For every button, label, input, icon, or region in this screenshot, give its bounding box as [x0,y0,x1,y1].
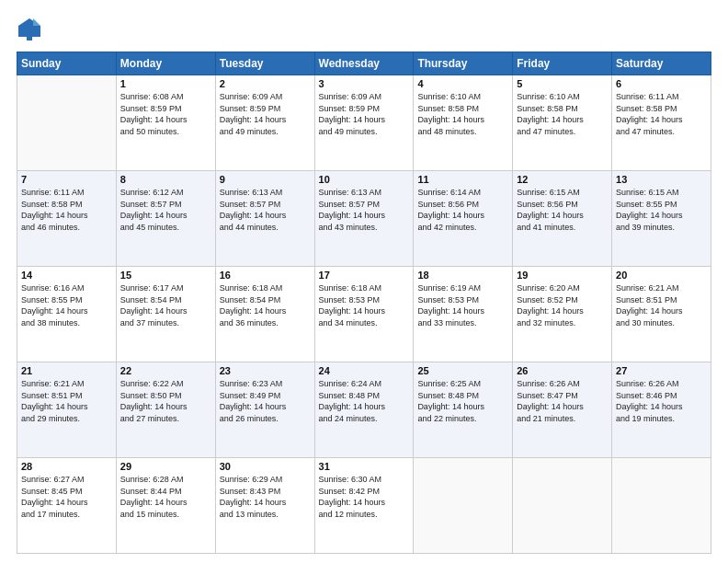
calendar-cell: 4Sunrise: 6:10 AM Sunset: 8:58 PM Daylig… [414,75,513,171]
day-number: 31 [319,461,410,472]
day-info: Sunrise: 6:13 AM Sunset: 8:57 PM Dayligh… [220,187,311,233]
day-info: Sunrise: 6:11 AM Sunset: 8:58 PM Dayligh… [21,187,112,233]
day-number: 4 [417,78,508,89]
day-info: Sunrise: 6:21 AM Sunset: 8:51 PM Dayligh… [21,378,112,424]
calendar-week-row: 1Sunrise: 6:08 AM Sunset: 8:59 PM Daylig… [17,75,711,171]
day-info: Sunrise: 6:20 AM Sunset: 8:52 PM Dayligh… [517,282,608,328]
calendar-cell: 19Sunrise: 6:20 AM Sunset: 8:52 PM Dayli… [513,267,612,362]
day-number: 18 [417,270,508,281]
svg-marker-1 [33,18,40,26]
calendar-cell: 7Sunrise: 6:11 AM Sunset: 8:58 PM Daylig… [17,171,117,267]
calendar-week-row: 21Sunrise: 6:21 AM Sunset: 8:51 PM Dayli… [17,362,711,458]
calendar-cell: 12Sunrise: 6:15 AM Sunset: 8:56 PM Dayli… [513,171,612,267]
day-info: Sunrise: 6:18 AM Sunset: 8:54 PM Dayligh… [220,282,311,328]
day-number: 19 [517,270,608,281]
calendar-header-friday: Friday [513,52,612,75]
day-info: Sunrise: 6:24 AM Sunset: 8:48 PM Dayligh… [319,378,410,424]
calendar-header-saturday: Saturday [612,52,711,75]
day-info: Sunrise: 6:18 AM Sunset: 8:53 PM Dayligh… [319,282,410,328]
calendar-cell: 22Sunrise: 6:22 AM Sunset: 8:50 PM Dayli… [116,362,215,458]
day-number: 7 [21,174,112,185]
day-info: Sunrise: 6:19 AM Sunset: 8:53 PM Dayligh… [417,282,508,328]
day-info: Sunrise: 6:23 AM Sunset: 8:49 PM Dayligh… [220,378,311,424]
day-number: 24 [319,365,410,376]
day-number: 25 [417,365,508,376]
calendar-cell [612,458,711,554]
day-number: 23 [220,365,311,376]
calendar-header-monday: Monday [116,52,215,75]
day-number: 13 [616,174,707,185]
day-info: Sunrise: 6:14 AM Sunset: 8:56 PM Dayligh… [417,187,508,233]
day-number: 5 [517,78,608,89]
calendar-header-tuesday: Tuesday [215,52,314,75]
calendar-cell: 29Sunrise: 6:28 AM Sunset: 8:44 PM Dayli… [116,458,215,554]
day-info: Sunrise: 6:13 AM Sunset: 8:57 PM Dayligh… [319,187,410,233]
day-number: 2 [220,78,311,89]
day-info: Sunrise: 6:21 AM Sunset: 8:51 PM Dayligh… [616,282,707,328]
header [17,17,711,42]
svg-marker-0 [18,18,40,37]
calendar-week-row: 14Sunrise: 6:16 AM Sunset: 8:55 PM Dayli… [17,267,711,362]
day-number: 3 [319,78,410,89]
day-number: 11 [417,174,508,185]
calendar-week-row: 28Sunrise: 6:27 AM Sunset: 8:45 PM Dayli… [17,458,711,554]
day-info: Sunrise: 6:16 AM Sunset: 8:55 PM Dayligh… [21,282,112,328]
calendar-cell: 18Sunrise: 6:19 AM Sunset: 8:53 PM Dayli… [414,267,513,362]
day-info: Sunrise: 6:15 AM Sunset: 8:55 PM Dayligh… [616,187,707,233]
day-info: Sunrise: 6:11 AM Sunset: 8:58 PM Dayligh… [616,91,707,137]
calendar-cell: 21Sunrise: 6:21 AM Sunset: 8:51 PM Dayli… [17,362,117,458]
calendar-cell: 26Sunrise: 6:26 AM Sunset: 8:47 PM Dayli… [513,362,612,458]
svg-rect-2 [27,37,32,40]
calendar-cell: 14Sunrise: 6:16 AM Sunset: 8:55 PM Dayli… [17,267,117,362]
calendar-cell: 20Sunrise: 6:21 AM Sunset: 8:51 PM Dayli… [612,267,711,362]
day-info: Sunrise: 6:28 AM Sunset: 8:44 PM Dayligh… [120,474,211,520]
day-number: 14 [21,270,112,281]
calendar-cell: 24Sunrise: 6:24 AM Sunset: 8:48 PM Dayli… [314,362,414,458]
day-number: 28 [21,461,112,472]
day-number: 20 [616,270,707,281]
day-number: 22 [120,365,211,376]
calendar-cell: 6Sunrise: 6:11 AM Sunset: 8:58 PM Daylig… [612,75,711,171]
calendar-cell: 15Sunrise: 6:17 AM Sunset: 8:54 PM Dayli… [116,267,215,362]
day-info: Sunrise: 6:25 AM Sunset: 8:48 PM Dayligh… [417,378,508,424]
calendar-cell: 1Sunrise: 6:08 AM Sunset: 8:59 PM Daylig… [116,75,215,171]
calendar-cell: 31Sunrise: 6:30 AM Sunset: 8:42 PM Dayli… [314,458,414,554]
logo-icon [17,17,42,42]
day-info: Sunrise: 6:26 AM Sunset: 8:46 PM Dayligh… [616,378,707,424]
calendar-header-sunday: Sunday [17,52,117,75]
calendar-cell: 27Sunrise: 6:26 AM Sunset: 8:46 PM Dayli… [612,362,711,458]
day-number: 16 [220,270,311,281]
day-info: Sunrise: 6:09 AM Sunset: 8:59 PM Dayligh… [319,91,410,137]
calendar-cell: 11Sunrise: 6:14 AM Sunset: 8:56 PM Dayli… [414,171,513,267]
day-number: 27 [616,365,707,376]
day-number: 26 [517,365,608,376]
day-number: 29 [120,461,211,472]
day-number: 30 [220,461,311,472]
calendar-cell [17,75,117,171]
day-info: Sunrise: 6:30 AM Sunset: 8:42 PM Dayligh… [319,474,410,520]
day-number: 15 [120,270,211,281]
calendar-cell: 30Sunrise: 6:29 AM Sunset: 8:43 PM Dayli… [215,458,314,554]
day-number: 21 [21,365,112,376]
day-info: Sunrise: 6:10 AM Sunset: 8:58 PM Dayligh… [517,91,608,137]
day-number: 6 [616,78,707,89]
day-info: Sunrise: 6:12 AM Sunset: 8:57 PM Dayligh… [120,187,211,233]
calendar-cell: 9Sunrise: 6:13 AM Sunset: 8:57 PM Daylig… [215,171,314,267]
day-info: Sunrise: 6:27 AM Sunset: 8:45 PM Dayligh… [21,474,112,520]
day-info: Sunrise: 6:08 AM Sunset: 8:59 PM Dayligh… [120,91,211,137]
calendar-cell: 25Sunrise: 6:25 AM Sunset: 8:48 PM Dayli… [414,362,513,458]
calendar-cell: 10Sunrise: 6:13 AM Sunset: 8:57 PM Dayli… [314,171,414,267]
calendar-table: SundayMondayTuesdayWednesdayThursdayFrid… [17,52,711,554]
calendar-cell: 5Sunrise: 6:10 AM Sunset: 8:58 PM Daylig… [513,75,612,171]
calendar-cell: 2Sunrise: 6:09 AM Sunset: 8:59 PM Daylig… [215,75,314,171]
day-info: Sunrise: 6:26 AM Sunset: 8:47 PM Dayligh… [517,378,608,424]
day-number: 17 [319,270,410,281]
day-number: 9 [220,174,311,185]
calendar-header-row: SundayMondayTuesdayWednesdayThursdayFrid… [17,52,711,75]
day-info: Sunrise: 6:09 AM Sunset: 8:59 PM Dayligh… [220,91,311,137]
day-info: Sunrise: 6:10 AM Sunset: 8:58 PM Dayligh… [417,91,508,137]
calendar-cell [513,458,612,554]
calendar-cell: 13Sunrise: 6:15 AM Sunset: 8:55 PM Dayli… [612,171,711,267]
calendar-cell: 28Sunrise: 6:27 AM Sunset: 8:45 PM Dayli… [17,458,117,554]
calendar-cell: 16Sunrise: 6:18 AM Sunset: 8:54 PM Dayli… [215,267,314,362]
